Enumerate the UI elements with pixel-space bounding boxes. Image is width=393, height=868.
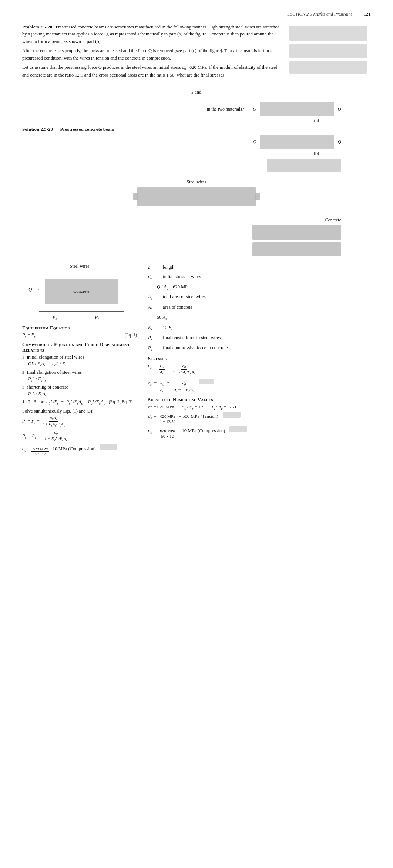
page: SECTION 2.5 Misfits and Prestrains 121 P… xyxy=(0,0,393,868)
substitute-section: Substitute Numerical Values: σ₀ = 620 MP… xyxy=(148,397,371,439)
sub-sigma-c-result-row: σc = 620 MPa 50 × 12 = 10 MPa (Compressi… xyxy=(148,426,371,438)
compat-item-3: 3 shortening of concrete xyxy=(22,384,137,390)
problem-figures-right xyxy=(289,26,371,81)
diagram-title: Steel wires xyxy=(22,264,137,269)
sub-sigma-c-frac: 620 MPa 50 × 12 xyxy=(159,428,176,438)
page-header: SECTION 2.5 Misfits and Prestrains 121 xyxy=(22,11,371,17)
steel-wires-label: Steel wires xyxy=(187,179,206,185)
diagram-inner-label: Concrete xyxy=(73,289,89,294)
var-Ac-eq: 50 As xyxy=(157,313,371,322)
concrete-fig-bot xyxy=(252,242,341,256)
stress-blurred-box xyxy=(199,379,214,385)
diagram-q-left: Q xyxy=(28,286,32,292)
in-two-materials-text: in the two materials? xyxy=(207,106,244,112)
compatibility-heading: Compatibility Equation and Force-Displac… xyxy=(22,342,137,353)
q-diagram-row-b: Q Q xyxy=(22,135,341,149)
sigma-c-label-last: σc xyxy=(22,446,26,452)
diagram-wrapper: Q → Concrete xyxy=(28,271,131,312)
var-As: As total area of steel wires xyxy=(148,293,371,302)
var-As-desc: total area of steel wires xyxy=(163,293,371,301)
sigma-c-last-row: σc = 620 MPa 50 12 10 MPa (Compression) xyxy=(22,444,137,457)
var-sigma0-desc: initial stress in wires xyxy=(163,273,371,280)
extra-blurred-fig xyxy=(267,159,341,172)
ps-pc-last-row: Ps = Pc = σ0 1 + EsAs/EcAc xyxy=(22,430,137,442)
compat-nums: 1 2 3 or xyxy=(22,399,43,405)
equilibrium-eq-ref: (Eq. 1) xyxy=(125,332,137,338)
var-Pc-desc: final compressive force in concrete xyxy=(163,344,371,352)
stresses-section: Stresses σs = Ps As = σ0 1 + EsAs/EcAc xyxy=(148,356,371,393)
compat-num-1: 1 xyxy=(22,355,24,359)
stress-sigma-s-sym: σs xyxy=(148,363,152,369)
stress-sigma-c-sym: σc xyxy=(148,380,152,387)
sigma-c-final-value: 10 MPa (Compression) xyxy=(53,446,96,452)
pc-label: Pc xyxy=(95,315,99,321)
stresses-heading: Stresses xyxy=(148,356,371,362)
problem-area: Problem 2.5-20 Prestressed concrete beam… xyxy=(22,24,371,81)
figure-top xyxy=(289,26,367,41)
concrete-label: Concrete xyxy=(325,217,341,223)
compat-formula: σ0L/Es − PsL/EsAs = PcL/EcAc xyxy=(46,399,105,406)
sigma-s-final-text: = 500 MPa (Tension) xyxy=(179,414,218,419)
header-section-label: SECTION 2.5 Misfits and Prestrains xyxy=(288,11,353,17)
formula-and: and xyxy=(195,89,202,95)
sub-sigma-s-sym: σs xyxy=(148,414,152,420)
var-Q-As: Q / As = 620 MPa xyxy=(157,283,371,292)
sub-sigma0-val: σ₀ = 620 MPa xyxy=(148,404,174,410)
caption-a: (a) xyxy=(22,118,319,123)
problem-text: Problem 2.5-20 Prestressed concrete beam… xyxy=(22,24,282,81)
steel-wires-section: Steel wires xyxy=(22,179,371,206)
q-label-right-a: Q xyxy=(338,106,341,112)
var-Ac-eq-desc: 50 As xyxy=(157,313,371,322)
solution-title-text: Prestressed concrete beam xyxy=(60,126,115,132)
stress-sigma-s-frac1: Ps As xyxy=(159,363,165,376)
right-col: L length σ0 initial stress in wires Q / … xyxy=(148,264,371,457)
var-Ac-sym: Ac xyxy=(148,304,163,312)
compat-item-1: 1 initial elongation of steel wires xyxy=(22,355,137,360)
problem-text-1: Prestressed concrete beams are sometimes… xyxy=(22,24,279,44)
var-sigma0-sym: σ0 xyxy=(148,273,163,281)
sigma-c-final-text: = 10 MPa (Compression) xyxy=(178,428,225,434)
var-Es: Es 12 Ec xyxy=(148,324,371,332)
sub-num-row-1: σ₀ = 620 MPa Es / Ec = 12 As / Ac = 1/50 xyxy=(148,404,371,411)
concrete-fig-top xyxy=(252,225,341,240)
problem-label: Problem 2.5-20 xyxy=(22,24,52,30)
answer-box-c2 xyxy=(229,426,247,432)
ps-label: Ps xyxy=(53,315,57,321)
header-page-number: 121 xyxy=(364,11,371,17)
var-Ps-desc: final tensile force in steel wires xyxy=(163,334,371,341)
var-Ac-desc: area of concrete xyxy=(163,304,371,311)
solution-label-text: Solution 2.5-20 xyxy=(22,126,53,132)
figure-bot xyxy=(289,61,367,74)
var-Pc-sym: Pc xyxy=(148,344,163,353)
solve-section: Solve simultaneously Eqs. (1) and (3): P… xyxy=(22,408,137,428)
compat-num-2: 2 xyxy=(22,370,24,374)
var-Ac: Ac area of concrete xyxy=(148,304,371,312)
sub-sigma-s-frac: 620 MPa 1 + 12/50 xyxy=(159,414,177,424)
problem-text-2: After the concrete sets properly, the ja… xyxy=(22,48,272,60)
solve-ps-eq: Ps = Pc = σ0As 1 + EsAs/EcAc xyxy=(22,416,137,428)
stress-sigma-c-frac2: σ0 Ac/As · Es/Ec xyxy=(173,381,195,393)
compat-num-3: 3 xyxy=(22,385,24,389)
pc-final: Pc xyxy=(32,433,36,440)
ps-final: Ps xyxy=(22,433,26,440)
diagram-bottom-labels: Ps Pc xyxy=(33,315,118,321)
answer-box-c xyxy=(100,444,117,450)
var-Es-sym: Es xyxy=(148,324,163,332)
compatibility-section: Compatibility Equation and Force-Displac… xyxy=(22,342,137,406)
q-diagram-row-a: in the two materials? Q Q xyxy=(22,102,341,116)
diagram-inner: Concrete xyxy=(45,279,118,304)
var-Ps: Ps final tensile force in steel wires xyxy=(148,334,371,342)
q-label-left-a: Q xyxy=(253,106,256,112)
extra-fig-below-b xyxy=(22,159,341,172)
stress-sigma-c-frac1: Pc Ac xyxy=(159,381,165,393)
formula-center: s and xyxy=(22,89,371,95)
var-L-sym: L xyxy=(148,264,163,271)
problem-text-3: Let us assume that the prestressing forc… xyxy=(22,65,181,70)
answer-box-s xyxy=(223,412,241,418)
sub-sigma-c-sym: σc xyxy=(148,428,152,434)
diagram-box: Concrete xyxy=(39,271,124,312)
equilibrium-eq-row: Ps = Pc (Eq. 1) xyxy=(22,332,137,339)
compat-eq-ref: (Eq. 2, Eq. 3) xyxy=(109,399,133,405)
variables-section: L length σ0 initial stress in wires Q / … xyxy=(148,264,371,352)
compat-item-2: 2 final elongation of steel wires xyxy=(22,370,137,375)
